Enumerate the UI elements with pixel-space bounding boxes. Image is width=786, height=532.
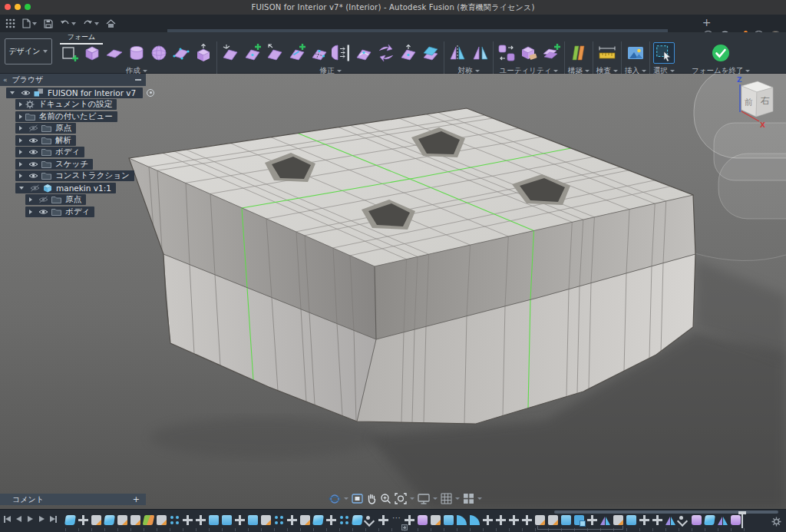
bend-icon[interactable] [376, 43, 396, 63]
visibility-eye-icon[interactable] [28, 160, 38, 168]
redo-button[interactable] [83, 19, 99, 28]
tree-item-label[interactable]: ボディ [65, 207, 90, 217]
form-box-icon[interactable] [82, 43, 102, 63]
step-back-button[interactable] [15, 516, 22, 523]
timeline-playhead[interactable] [738, 511, 746, 528]
twisty-right-icon[interactable] [29, 210, 32, 214]
tree-item-label[interactable]: manekin v1:1 [56, 183, 111, 193]
timeline-feature-body-icon[interactable] [444, 515, 454, 525]
insert-edge-icon[interactable] [287, 43, 307, 63]
timeline-settings-gear-icon[interactable] [771, 517, 781, 527]
new-tab-button[interactable] [701, 17, 712, 28]
mirror-symmetry-icon[interactable] [447, 43, 467, 63]
app-grid-icon[interactable] [5, 18, 15, 28]
timeline-feature-move-icon[interactable] [483, 515, 493, 525]
finish-form-check-icon[interactable] [711, 43, 731, 63]
timeline-feature-more-icon[interactable] [391, 515, 401, 525]
tree-item-named-views[interactable]: 名前の付いたビュー [15, 111, 117, 122]
visibility-eye-icon[interactable] [28, 137, 38, 144]
crease-icon[interactable] [354, 43, 374, 63]
twisty-right-icon[interactable] [19, 114, 22, 119]
tree-item-label[interactable]: FUISON for Interior v7 [48, 88, 136, 97]
form-cylinder-icon[interactable] [127, 43, 147, 63]
timeline-feature-fillet-icon[interactable] [457, 515, 467, 525]
fit-icon[interactable] [395, 493, 407, 504]
delete-icon[interactable] [519, 43, 539, 63]
timeline-feature-purple-icon[interactable] [418, 515, 428, 525]
timeline-feature-sketch-icon[interactable] [117, 515, 127, 525]
thicken-icon[interactable] [421, 43, 441, 63]
minimize-panel-icon[interactable] [135, 79, 141, 81]
collapse-panel-icon[interactable] [3, 76, 8, 84]
display-settings-icon[interactable] [418, 494, 430, 504]
workspace-switcher-button[interactable]: デザイン [5, 38, 52, 64]
viewports-icon[interactable] [463, 493, 474, 504]
grid-display-icon[interactable] [441, 493, 452, 504]
tree-item-label[interactable]: コンストラクション [55, 170, 130, 181]
timeline-feature-sketch-icon[interactable] [431, 515, 441, 525]
chevron-down-icon[interactable] [433, 497, 438, 500]
circular-symmetry-icon[interactable] [470, 43, 490, 63]
timeline-feature-form-icon[interactable] [64, 515, 76, 525]
undo-button[interactable] [60, 19, 76, 28]
measure-icon[interactable] [597, 43, 617, 63]
timeline-feature-sketch-icon[interactable] [535, 515, 545, 525]
twisty-right-icon[interactable] [19, 138, 22, 143]
timeline-feature-fillet-icon[interactable] [470, 515, 480, 525]
chevron-down-icon[interactable] [410, 497, 414, 500]
tree-item-document-settings[interactable]: ドキュメントの設定 [15, 99, 117, 110]
tree-item-origin[interactable]: 原点 [15, 123, 76, 134]
timeline-feature-move-icon[interactable] [183, 515, 193, 525]
close-window-button[interactable] [5, 4, 11, 10]
timeline-feature-form-icon[interactable] [352, 515, 363, 525]
timeline-feature-pattern-icon[interactable] [274, 515, 284, 525]
timeline-feature-move-icon[interactable] [287, 515, 297, 525]
timeline-feature-purple-icon[interactable] [692, 515, 702, 525]
browser-header[interactable]: ブラウザ [0, 74, 146, 86]
tree-item-label[interactable]: スケッチ [55, 159, 88, 170]
timeline-feature-plane-icon[interactable] [143, 515, 155, 525]
twisty-down-icon[interactable] [19, 187, 24, 190]
visibility-eye-off-icon[interactable] [30, 184, 40, 192]
chevron-down-icon[interactable] [455, 497, 460, 500]
activate-component-radio[interactable] [147, 89, 154, 97]
timeline-feature-joint-icon[interactable] [365, 515, 375, 525]
tree-item-analysis[interactable]: 解析 [15, 135, 76, 146]
tree-item-sketches[interactable]: スケッチ [15, 159, 93, 170]
twisty-right-icon[interactable] [19, 102, 22, 107]
tree-item-construction[interactable]: コンストラクション [15, 170, 134, 181]
twisty-right-icon[interactable] [19, 150, 22, 154]
timeline-feature-move-icon[interactable] [509, 515, 519, 525]
visibility-eye-icon[interactable] [38, 208, 48, 216]
twisty-right-icon[interactable] [19, 162, 22, 167]
timeline-feature-form-icon[interactable] [704, 515, 715, 525]
go-to-start-button[interactable] [4, 516, 11, 523]
timeline-feature-form-icon[interactable] [312, 515, 324, 525]
file-menu-button[interactable] [22, 18, 37, 28]
zoom-icon[interactable] [380, 493, 391, 504]
timeline-feature-move-icon[interactable] [235, 515, 245, 525]
tree-item-label[interactable]: 解析 [55, 135, 71, 146]
tree-item-label[interactable]: 名前の付いたビュー [39, 111, 113, 122]
visibility-eye-off-icon[interactable] [38, 196, 48, 203]
step-forward-button[interactable] [38, 516, 45, 523]
twisty-right-icon[interactable] [19, 126, 22, 131]
select-tool-button[interactable] [653, 42, 675, 64]
timeline-feature-body-icon[interactable] [561, 515, 571, 525]
timeline-feature-sketch-icon[interactable] [300, 515, 310, 525]
pan-hand-icon[interactable] [366, 493, 377, 504]
insert-image-icon[interactable] [626, 43, 646, 63]
pull-icon[interactable] [398, 43, 418, 63]
comments-bar[interactable]: コメント + [0, 494, 146, 505]
tree-item-label[interactable]: 原点 [65, 194, 81, 205]
form-sphere-icon[interactable] [149, 43, 169, 63]
edit-form-icon[interactable] [220, 43, 240, 63]
timeline-feature-mirror-icon[interactable] [665, 515, 675, 525]
visibility-eye-icon[interactable] [28, 172, 38, 180]
timeline-feature-pattern-icon[interactable] [339, 515, 349, 525]
timeline-feature-sketch-icon[interactable] [548, 515, 558, 525]
chevron-down-icon[interactable] [344, 497, 348, 500]
timeline-feature-sketch-icon[interactable] [91, 515, 101, 525]
tree-item-label[interactable]: 原点 [55, 123, 71, 134]
timeline-feature-sketch-icon[interactable] [613, 515, 623, 525]
